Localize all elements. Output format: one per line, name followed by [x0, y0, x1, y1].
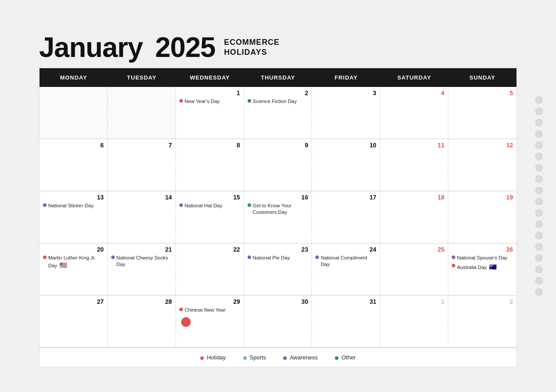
calendar-cell-jan13: 13 National Sticker Day [40, 191, 108, 243]
day-number: 8 [179, 142, 240, 149]
legend-holiday: Holiday [200, 354, 225, 361]
day-number: 21 [111, 246, 172, 253]
sidebar-dot[interactable] [535, 220, 543, 228]
awareness-dot [452, 256, 455, 259]
subtitle: ECOMMERCE HOLIDAYS [224, 37, 280, 58]
day-number: 20 [43, 246, 104, 253]
legend-awareness-label: Awareness [290, 354, 318, 361]
calendar-cell-jan17: 17 [312, 191, 380, 243]
calendar-cell-jan8: 8 [176, 139, 244, 191]
event-australia-day: Australia Day 🇦🇺 [452, 263, 513, 271]
event-label: National Sticker Day [48, 203, 93, 209]
other-dot [248, 203, 251, 207]
day-number: 13 [43, 194, 104, 201]
event-chinese-new-year: Chinese New Year [179, 307, 240, 313]
sidebar-dot[interactable] [535, 153, 543, 160]
holiday-dot [179, 308, 183, 311]
page-title: January 2025 [39, 33, 215, 61]
calendar-cell-jan14: 14 [108, 191, 176, 243]
calendar-cell-jan15: 15 National Hat Day [176, 191, 244, 243]
sidebar-dot[interactable] [535, 266, 543, 273]
sidebar-dot[interactable] [535, 130, 543, 138]
day-number: 18 [384, 194, 444, 201]
sidebar-dot[interactable] [535, 96, 543, 104]
awareness-dot [111, 256, 115, 259]
sports-legend-dot [243, 356, 247, 360]
awareness-dot [43, 203, 46, 207]
day-number: 14 [111, 194, 172, 201]
event-label: National Compliment Day [321, 255, 376, 268]
day-number: 10 [315, 142, 376, 149]
sidebar-dot[interactable] [535, 232, 543, 239]
event-label: Science Fiction Day [253, 98, 297, 105]
calendar-cell-jan30: 30 [244, 296, 312, 348]
sidebar-dot[interactable] [535, 119, 543, 126]
sidebar-dot[interactable] [535, 277, 543, 285]
day-number: 3 [315, 90, 376, 96]
calendar-cell-jan25: 25 [380, 243, 448, 296]
day-number: 30 [248, 298, 308, 305]
day-number: 23 [248, 246, 308, 253]
sidebar-dot[interactable] [535, 175, 543, 183]
sidebar-dot[interactable] [535, 141, 543, 149]
day-number: 27 [43, 298, 104, 305]
au-flag-icon: 🇦🇺 [489, 263, 496, 270]
day-number: 1 [384, 298, 444, 305]
calendar-cell-feb2: 2 [448, 296, 516, 348]
day-number: 28 [111, 298, 172, 305]
event-label: National Pie Day [253, 255, 290, 261]
event-mlk-day: Martin Luther King Jr. Day 🇺🇸 [43, 255, 104, 269]
day-number: 15 [179, 194, 240, 201]
subtitle-line1: ECOMMERCE [224, 37, 280, 47]
awareness-legend-dot [283, 356, 287, 360]
day-number: 9 [248, 142, 308, 149]
other-legend-dot [335, 356, 338, 360]
event-label: National Spouse's Day [457, 255, 507, 261]
awareness-dot [248, 256, 251, 259]
calendar-cell-jan20: 20 Martin Luther King Jr. Day 🇺🇸 [40, 243, 108, 296]
subtitle-line2: HOLIDAYS [224, 47, 280, 57]
legend-bar: Holiday Sports Awareness Other [40, 348, 516, 367]
calendar-body: 1 New Year's Day 2 Science Fiction Day 3… [40, 87, 516, 348]
holiday-dot [452, 264, 455, 267]
sidebar-dot[interactable] [535, 254, 543, 262]
sidebar-dot[interactable] [535, 198, 543, 206]
calendar-cell-jan16: 16 Get to Know Your Customers Day [244, 191, 312, 243]
page-wrapper: January 2025 ECOMMERCE HOLIDAYS MONDAY T… [39, 25, 517, 367]
calendar-cell-jan11: 11 [380, 139, 448, 191]
calendar-header-row: MONDAY TUESDAY WEDNESDAY THURSDAY FRIDAY… [40, 68, 516, 87]
sidebar-dot[interactable] [535, 288, 543, 296]
calendar-cell-empty [108, 87, 176, 139]
event-compliment-day: National Compliment Day [315, 255, 376, 268]
event-new-years-day: New Year's Day [179, 98, 240, 105]
holiday-legend-dot [200, 356, 204, 360]
sidebar-dot[interactable] [535, 164, 543, 172]
us-flag-icon: 🇺🇸 [60, 262, 67, 269]
sidebar-dot[interactable] [535, 243, 543, 251]
calendar-cell-jan1: 1 New Year's Day [176, 87, 244, 139]
event-get-to-know-customers: Get to Know Your Customers Day [248, 203, 308, 216]
legend-other-label: Other [341, 354, 356, 361]
sidebar-dot[interactable] [535, 186, 543, 194]
holiday-dot [179, 99, 183, 103]
holiday-dot [43, 256, 46, 259]
calendar-cell-jan28: 28 [108, 296, 176, 348]
calendar-cell-jan3: 3 [312, 87, 380, 139]
event-label: Get to Know Your Customers Day [253, 203, 308, 216]
calendar-cell-jan21: 21 National Cheesy Socks Day [108, 243, 176, 296]
calendar-cell-jan7: 7 [108, 139, 176, 191]
event-national-hat-day: National Hat Day [179, 203, 240, 209]
day-number: 29 [179, 298, 240, 305]
sidebar-dots [535, 96, 543, 296]
sidebar-dot[interactable] [535, 107, 543, 115]
day-number: 17 [315, 194, 376, 201]
day-number: 4 [384, 90, 444, 96]
calendar-header: January 2025 ECOMMERCE HOLIDAYS [39, 25, 517, 68]
weekday-thursday: THURSDAY [244, 68, 312, 87]
calendar-cell-jan26: 26 National Spouse's Day Australia Day 🇦… [448, 243, 516, 296]
sidebar-dot[interactable] [535, 209, 543, 217]
calendar-cell-jan19: 19 [448, 191, 516, 243]
calendar-cell-jan18: 18 [380, 191, 448, 243]
year-label: 2025 [155, 32, 215, 63]
calendar-cell-jan4: 4 [380, 87, 448, 139]
